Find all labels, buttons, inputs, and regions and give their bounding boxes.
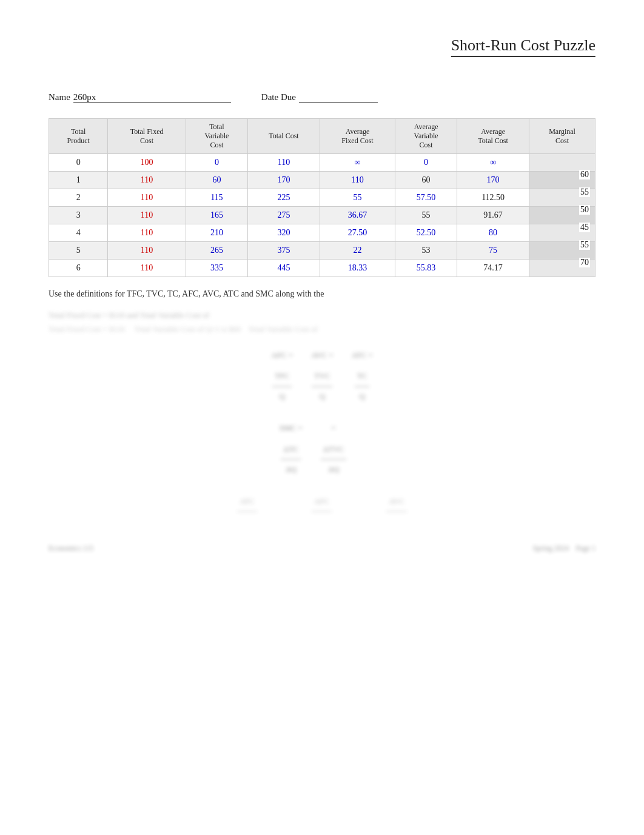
afc-cell: 18.33 [320, 260, 395, 277]
col-header-atc: AverageTotal Cost [457, 119, 529, 154]
product-cell: 0 [49, 154, 108, 172]
tfc-cell: 110 [108, 189, 186, 207]
blurred-text-section: Total Fixed Cost = $110 and Total Variab… [49, 308, 595, 337]
mc-cell: 60 [529, 154, 595, 172]
product-cell: 2 [49, 189, 108, 207]
tfc-cell: 110 [108, 242, 186, 260]
col-header-mc: MarginalCost [529, 119, 595, 154]
afc-cell: 36.67 [320, 207, 395, 224]
table-row: 01000110∞0∞60 [49, 154, 595, 172]
tvc-cell: 210 [186, 224, 247, 242]
table-row: 1110601701106017055 [49, 172, 595, 189]
footer-section: Economics 115 Spring 2024 Page 1 [49, 544, 595, 553]
col-header-product: TotalProduct [49, 119, 108, 154]
atc-cell: 75 [457, 242, 529, 260]
description-text: Use the definitions for TFC, TVC, TC, AF… [49, 289, 595, 299]
table-header-row: TotalProduct Total FixedCost TotalVariab… [49, 119, 595, 154]
afc-cell: 55 [320, 189, 395, 207]
header-row: Name 260px Date Due [49, 92, 595, 103]
page-title: Short-Run Cost Puzzle [451, 36, 595, 57]
tvc-cell: 165 [186, 207, 247, 224]
name-field[interactable]: 260px [73, 92, 231, 103]
afc-cell: ∞ [320, 154, 395, 172]
cost-table: TotalProduct Total FixedCost TotalVariab… [49, 118, 595, 277]
tfc-cell: 110 [108, 260, 186, 277]
atc-cell: 112.50 [457, 189, 529, 207]
cost-table-wrapper: TotalProduct Total FixedCost TotalVariab… [49, 118, 595, 277]
name-label: Name [49, 92, 70, 102]
atc-cell: 170 [457, 172, 529, 189]
avc-cell: 0 [395, 154, 457, 172]
atc-cell: 80 [457, 224, 529, 242]
atc-cell: ∞ [457, 154, 529, 172]
tc-cell: 225 [247, 189, 320, 207]
col-header-tvc: TotalVariableCost [186, 119, 247, 154]
afc-cell: 110 [320, 172, 395, 189]
footer-right: Spring 2024 Page 1 [533, 544, 595, 553]
product-cell: 6 [49, 260, 108, 277]
afc-cell: 22 [320, 242, 395, 260]
product-cell: 1 [49, 172, 108, 189]
atc-cell: 74.17 [457, 260, 529, 277]
tfc-cell: 110 [108, 207, 186, 224]
tc-cell: 275 [247, 207, 320, 224]
footer-left: Economics 115 [49, 544, 93, 553]
tc-cell: 320 [247, 224, 320, 242]
table-row: 611033544518.3355.8374.17 [49, 260, 595, 277]
tfc-cell: 100 [108, 154, 186, 172]
avc-cell: 53 [395, 242, 457, 260]
table-row: 311016527536.675591.6745 [49, 207, 595, 224]
tfc-cell: 110 [108, 224, 186, 242]
tfc-cell: 110 [108, 172, 186, 189]
col-header-avc: AverageVariableCost [395, 119, 457, 154]
tvc-cell: 0 [186, 154, 247, 172]
col-header-tc: Total Cost [247, 119, 320, 154]
tc-cell: 110 [247, 154, 320, 172]
col-header-afc: AverageFixed Cost [320, 119, 395, 154]
date-field[interactable] [299, 92, 378, 103]
tvc-cell: 335 [186, 260, 247, 277]
table-row: 511026537522537570 [49, 242, 595, 260]
avc-cell: 55 [395, 207, 457, 224]
product-cell: 4 [49, 224, 108, 242]
atc-cell: 91.67 [457, 207, 529, 224]
tc-cell: 375 [247, 242, 320, 260]
table-row: 411021032027.5052.508055 [49, 224, 595, 242]
formula-section: AFC = TFC Q AVC = TVC Q ATC = TC Q SMC = [49, 346, 595, 532]
avc-cell: 57.50 [395, 189, 457, 207]
avc-cell: 52.50 [395, 224, 457, 242]
col-header-tfc: Total FixedCost [108, 119, 186, 154]
avc-cell: 60 [395, 172, 457, 189]
product-cell: 5 [49, 242, 108, 260]
tc-cell: 445 [247, 260, 320, 277]
tvc-cell: 115 [186, 189, 247, 207]
product-cell: 3 [49, 207, 108, 224]
tvc-cell: 265 [186, 242, 247, 260]
tvc-cell: 60 [186, 172, 247, 189]
date-label: Date Due [261, 92, 296, 102]
tc-cell: 170 [247, 172, 320, 189]
avc-cell: 55.83 [395, 260, 457, 277]
table-row: 21101152255557.50112.5050 [49, 189, 595, 207]
afc-cell: 27.50 [320, 224, 395, 242]
